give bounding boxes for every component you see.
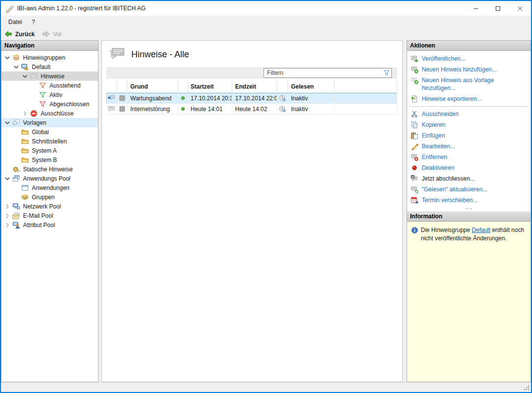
chevron-right-icon[interactable] bbox=[21, 110, 29, 117]
hinweise-title-icon bbox=[108, 47, 125, 62]
expander-spacer bbox=[30, 91, 38, 99]
funnel-red-icon bbox=[39, 100, 47, 108]
tree-item-global[interactable]: Global bbox=[1, 127, 98, 137]
tree-item-anwendungen[interactable]: Anwendungen bbox=[1, 183, 98, 192]
note-remove-icon bbox=[411, 153, 418, 161]
menu-item-help[interactable]: ? bbox=[27, 17, 40, 27]
close-button[interactable] bbox=[509, 1, 531, 16]
app-body: Navigation HinweisgruppenDefaultHinweise… bbox=[1, 40, 531, 382]
chevron-down-icon[interactable] bbox=[21, 72, 29, 80]
note-bubble-active-icon bbox=[108, 94, 115, 102]
tree-item-label: Default bbox=[30, 63, 52, 71]
cell-color_icon bbox=[117, 104, 127, 115]
action-jetzt-abschliessen[interactable]: Jetzt abschliessen... bbox=[407, 173, 531, 184]
default-group-link[interactable]: Default bbox=[472, 227, 490, 233]
minimize-icon bbox=[473, 6, 479, 11]
column-header-endzeit[interactable]: Endzeit bbox=[232, 80, 277, 93]
splitter-main-actions[interactable] bbox=[403, 40, 407, 382]
chevron-right-icon[interactable] bbox=[3, 203, 11, 210]
menu-item-datei[interactable]: Datei bbox=[3, 17, 27, 27]
filter-input[interactable] bbox=[264, 68, 392, 78]
tree-item-statische-hinweise[interactable]: Statische Hinweise bbox=[1, 164, 98, 174]
chevron-right-icon[interactable] bbox=[3, 221, 11, 229]
action-hinweise-exportieren[interactable]: Hinweise exportieren... bbox=[407, 93, 531, 104]
chevron-right-icon[interactable] bbox=[3, 212, 11, 220]
cell-color_icon bbox=[117, 93, 127, 104]
note-add-template-icon bbox=[411, 76, 418, 84]
folder-icon bbox=[21, 138, 29, 145]
action-ver-ffentlichen[interactable]: Veröffentlichen... bbox=[407, 53, 531, 64]
folder-icon bbox=[21, 147, 29, 155]
note-bubble-icon bbox=[108, 105, 115, 113]
tree-item-ausschl-sse[interactable]: Ausschlüsse bbox=[1, 109, 98, 118]
tree-indent bbox=[1, 160, 12, 160]
tree-item-anwendungs-pool[interactable]: Anwendungs Pool bbox=[1, 174, 98, 183]
action-gelesen-aktualisieren[interactable]: "Gelesen" aktualisieren... bbox=[407, 184, 531, 195]
action-bearbeiten[interactable]: Bearbeiten... bbox=[407, 141, 531, 152]
chevron-down-icon[interactable] bbox=[3, 54, 11, 62]
gray-square-icon bbox=[119, 105, 126, 113]
tree-item-default[interactable]: Default bbox=[1, 62, 98, 71]
tree-item-hinweisgruppen[interactable]: Hinweisgruppen bbox=[1, 53, 98, 62]
resize-grip[interactable] bbox=[523, 384, 529, 390]
filter-funnel-icon[interactable] bbox=[383, 69, 390, 77]
information-body: Die Hinweisgruppe Default enthält noch n… bbox=[407, 222, 531, 382]
tree-item-vorlagen[interactable]: Vorlagen bbox=[1, 118, 98, 127]
action-termin-verschieben[interactable]: 17Termin verschieben... bbox=[407, 195, 531, 206]
cell-startzeit: 17.10.2014 20:30 bbox=[188, 93, 232, 104]
table-row-internetst-rung[interactable]: InternetstörungHeute 14:01Heute 14:02Ina… bbox=[106, 104, 397, 115]
paste-icon bbox=[411, 132, 418, 139]
minimize-button[interactable] bbox=[465, 1, 487, 16]
tree-item-system-a[interactable]: System A bbox=[1, 146, 98, 155]
tree-item-ausstehend[interactable]: Ausstehend bbox=[1, 81, 98, 90]
maximize-button[interactable] bbox=[487, 1, 509, 16]
tree-item-label: Hinweisgruppen bbox=[22, 54, 67, 62]
clock-icon bbox=[279, 94, 286, 102]
expander-spacer bbox=[30, 82, 38, 90]
panel-splitter-grip[interactable] bbox=[407, 206, 531, 211]
tree-item-label: Aktiv bbox=[48, 91, 64, 99]
chevron-down-icon[interactable] bbox=[12, 63, 20, 71]
hinweise-table: GrundStartzeitEndzeitGelesenWartungsaben… bbox=[106, 80, 397, 382]
cell-empty bbox=[335, 104, 397, 115]
actions-header: Aktionen bbox=[407, 41, 531, 51]
publish-icon bbox=[411, 55, 418, 63]
action-deaktivieren[interactable]: Deaktivieren bbox=[407, 162, 531, 173]
action-ausschneiden[interactable]: Ausschneiden bbox=[407, 109, 531, 119]
calendar-move-icon: 17 bbox=[411, 196, 418, 204]
close-icon bbox=[517, 6, 523, 11]
chevron-down-icon[interactable] bbox=[3, 175, 11, 183]
back-button[interactable]: Zurück bbox=[4, 30, 35, 38]
action-neuen-hinweis-aus-vorlage-hinzuf-gen[interactable]: Neuen Hinweis aus Vorlage hinzufügen... bbox=[407, 75, 531, 93]
action-kopieren[interactable]: Kopieren bbox=[407, 119, 531, 130]
tree-item-netzwerk-pool[interactable]: Netzwerk Pool bbox=[1, 202, 98, 211]
action-label: Entfernen bbox=[422, 153, 447, 161]
table-row-wartungsabend[interactable]: Wartungsabend17.10.2014 20:3017.10.2014 … bbox=[106, 93, 397, 104]
action-entfernen[interactable]: Entfernen bbox=[407, 152, 531, 162]
tree-indent bbox=[1, 104, 30, 104]
action-neuen-hinweis-hinzuf-gen[interactable]: Neuen Hinweis hinzufügen... bbox=[407, 64, 531, 75]
tree-item-label: Netzwerk Pool bbox=[22, 203, 62, 210]
tree-item-e-mail-pool[interactable]: E-Mail Pool bbox=[1, 211, 98, 220]
action-label: Deaktivieren bbox=[422, 164, 455, 172]
note-complete-icon bbox=[411, 175, 418, 183]
expander-spacer bbox=[12, 147, 20, 155]
tree-item-attribut-pool[interactable]: Attribut Pool bbox=[1, 220, 98, 230]
tree-item-schnittstellen[interactable]: Schnittstellen bbox=[1, 137, 98, 146]
tree-item-hinweise[interactable]: Hinweise bbox=[1, 71, 98, 81]
minus-circle-icon bbox=[30, 110, 38, 117]
column-header-grund[interactable]: Grund bbox=[127, 80, 178, 93]
tree-item-aktiv[interactable]: Aktiv bbox=[1, 90, 98, 99]
maximize-icon bbox=[495, 6, 501, 11]
column-header-empty bbox=[106, 80, 117, 93]
column-header-gelesen[interactable]: Gelesen bbox=[288, 80, 335, 93]
tree-item-system-b[interactable]: System B bbox=[1, 155, 98, 164]
chevron-down-icon[interactable] bbox=[3, 119, 11, 127]
action-einf-gen[interactable]: Einfügen bbox=[407, 130, 531, 141]
forward-button[interactable]: Vor bbox=[42, 30, 62, 38]
column-header-startzeit[interactable]: Startzeit bbox=[188, 80, 232, 93]
tree-item-gruppen[interactable]: Gruppen bbox=[1, 192, 98, 202]
mail-icon bbox=[12, 212, 20, 220]
tree-item-abgeschlossen[interactable]: Abgeschlossen bbox=[1, 99, 98, 109]
action-label: Hinweise exportieren... bbox=[422, 95, 482, 103]
